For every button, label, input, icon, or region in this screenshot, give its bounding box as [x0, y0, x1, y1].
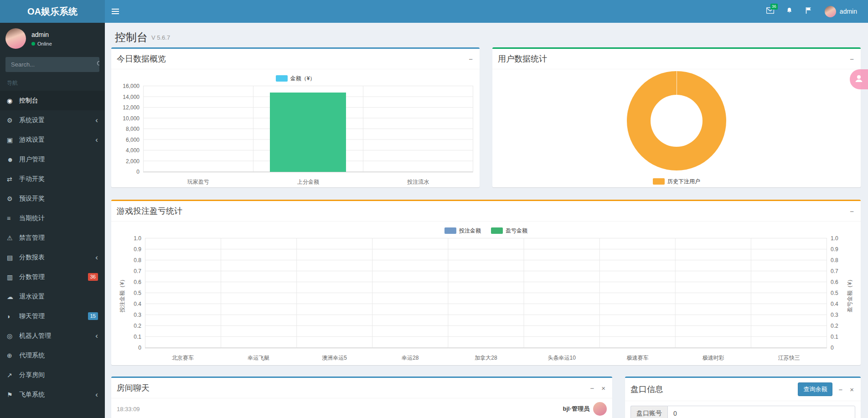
- floating-service-button[interactable]: [850, 69, 868, 89]
- sidebar-item-mute-management[interactable]: ⚠ 禁言管理: [0, 228, 105, 248]
- room-chat-title: 房间聊天: [117, 382, 150, 393]
- bet-legend-swatch: [444, 227, 456, 234]
- today-overview-box: 今日数据概览 − 金额（¥） 16,00014,00012,000: [111, 47, 480, 187]
- y-axis-ticks: 16,00014,00012,00010,0008,0006,0004,0002…: [118, 83, 143, 175]
- sidebar-item-fly-order-system[interactable]: ⚑ 飞单系统 ‹: [0, 385, 105, 404]
- sidebar-item-score-management[interactable]: ▥ 分数管理 36: [0, 267, 105, 287]
- fly-order-flag-icon: ⚑: [7, 391, 19, 398]
- user-stats-title: 用户数据统计: [498, 53, 547, 64]
- room-chat-box: 房间聊天 − × 18:33:09 bjl·管理员 第 1381938 期已经开…: [111, 377, 612, 418]
- dashboard-icon: ◉: [7, 97, 19, 104]
- collapse-button[interactable]: −: [848, 207, 855, 215]
- collapse-button[interactable]: −: [848, 55, 855, 63]
- chevron-left-icon: ‹: [95, 253, 98, 261]
- sidebar-search-form: [5, 57, 99, 72]
- agent-icon: ⊕: [7, 352, 19, 359]
- profit-amount-legend[interactable]: 盈亏金额: [491, 227, 527, 235]
- sidebar-item-system-settings[interactable]: ⚙ 系统设置 ‹: [0, 110, 105, 130]
- sidebar-item-rebate-settings[interactable]: ☁ 退水设置: [0, 287, 105, 306]
- x-axis-labels: 北京赛车幸运飞艇澳洲幸运5幸运28加拿大28头条幸运10极速赛车极速时彩江苏快三: [145, 354, 827, 362]
- flag-button[interactable]: [799, 0, 818, 23]
- sidebar-nav-header: 导航: [0, 74, 105, 91]
- collapse-button[interactable]: −: [837, 386, 844, 393]
- amount-legend-swatch: [276, 75, 288, 82]
- collapse-button[interactable]: −: [467, 55, 474, 63]
- sidebar-item-share-room[interactable]: ↗ 分享房间: [0, 365, 105, 385]
- search-button[interactable]: [97, 57, 99, 72]
- chat-timestamp: 18:33:09: [117, 406, 140, 413]
- rebate-cloud-icon: ☁: [7, 293, 19, 300]
- chat-bubble-icon: ◗: [7, 313, 19, 320]
- bar-chart-plot-area: [143, 86, 473, 172]
- share-room-icon: ↗: [7, 372, 19, 379]
- sidebar-item-game-settings[interactable]: ▣ 游戏设置 ‹: [0, 130, 105, 150]
- bet-stats-title: 游戏投注盈亏统计: [117, 206, 182, 217]
- sidebar-item-chat-management[interactable]: ◗ 聊天管理 15: [0, 306, 105, 326]
- history-users-legend[interactable]: 历史下注用户: [653, 178, 700, 186]
- x-axis-labels: 玩家盈亏上分金额投注流水: [143, 178, 473, 186]
- handicap-info-header: 盘口信息 查询余额 − ×: [625, 378, 861, 401]
- line-chart-plot-area: [145, 238, 827, 348]
- query-balance-button[interactable]: 查询余额: [798, 382, 832, 396]
- messages-button[interactable]: 36: [761, 0, 780, 23]
- sidebar-user-panel: admin Online: [0, 23, 105, 53]
- gamepad-icon: ▣: [7, 136, 19, 144]
- handicap-account-group: 盘口账号: [630, 406, 855, 418]
- today-overview-title: 今日数据概览: [117, 53, 166, 64]
- sidebar-item-score-report[interactable]: ▤ 分数报表 ‹: [0, 248, 105, 267]
- sidebar-item-manual-draw[interactable]: ⇄ 手动开奖: [0, 169, 105, 189]
- room-chat-header: 房间聊天 − ×: [111, 378, 612, 398]
- sidebar-item-current-stats[interactable]: ≡ 当期统计: [0, 208, 105, 228]
- main-content: 控制台 V 5.6.7 今日数据概览 − 金额（¥）: [105, 23, 868, 418]
- page-title: 控制台: [115, 30, 148, 45]
- y-axis-ticks-right: 1.00.90.80.70.60.50.40.30.20.10: [827, 235, 845, 351]
- today-bar-chart: 金额（¥） 16,00014,00012,00010,0008,0006,000…: [111, 69, 480, 190]
- amount-legend[interactable]: 金额（¥）: [276, 75, 315, 83]
- sidebar-item-user-management[interactable]: ☻ 用户管理: [0, 150, 105, 169]
- notifications-button[interactable]: [780, 0, 799, 23]
- user-stats-box: 用户数据统计 − 历史下注用户: [492, 47, 861, 187]
- sidebar-item-robot-management[interactable]: ◎ 机器人管理 ‹: [0, 326, 105, 346]
- sidebar: admin Online 导航 ◉ 控制台 ⚙ 系统设: [0, 23, 105, 418]
- app-logo[interactable]: OA娱乐系统: [0, 0, 105, 23]
- bet-line-chart: 投注金额 盈亏金额 投注金额（¥） 1.00.90.80.70.60.50.40…: [111, 222, 861, 366]
- user-menu[interactable]: admin: [818, 0, 863, 23]
- sidebar-item-preset-draw[interactable]: ⚙ 预设开奖: [0, 189, 105, 208]
- bet-stats-header: 游戏投注盈亏统计 −: [111, 201, 861, 222]
- sidebar-item-agent-system[interactable]: ⊕ 代理系统: [0, 346, 105, 365]
- collapse-button[interactable]: −: [589, 384, 595, 392]
- current-stats-icon: ≡: [7, 215, 19, 222]
- handicap-info-box: 盘口信息 查询余额 − × 盘口账号: [625, 377, 861, 418]
- score-manage-icon: ▥: [7, 274, 19, 281]
- mute-warning-icon: ⚠: [7, 234, 19, 242]
- close-button[interactable]: ×: [848, 386, 855, 393]
- app-window: OA娱乐系统 36: [0, 0, 868, 418]
- chevron-left-icon: ‹: [95, 116, 98, 124]
- users-icon: ☻: [7, 156, 19, 163]
- customer-service-icon: [854, 74, 863, 85]
- sidebar-toggle-button[interactable]: [105, 0, 126, 23]
- online-status-label: Online: [37, 41, 52, 46]
- sidebar-item-dashboard[interactable]: ◉ 控制台: [0, 91, 105, 110]
- chat-sender-avatar: [593, 402, 607, 416]
- score-report-icon: ▤: [7, 254, 19, 261]
- sidebar-user-name: admin: [31, 28, 52, 38]
- handicap-account-input[interactable]: [667, 406, 855, 418]
- gears-icon: ⚙: [7, 117, 19, 124]
- chevron-left-icon: ‹: [95, 332, 98, 340]
- chat-sender-name: bjl·管理员: [563, 405, 590, 413]
- topbar: OA娱乐系统 36: [0, 0, 868, 23]
- bet-amount-legend[interactable]: 投注金额: [444, 227, 481, 235]
- content-header: 控制台 V 5.6.7: [111, 27, 861, 47]
- close-button[interactable]: ×: [600, 384, 607, 392]
- user-legend-swatch: [653, 178, 665, 185]
- sidebar-user-status[interactable]: Online: [31, 41, 52, 46]
- preset-draw-icon: ⚙: [7, 195, 19, 202]
- profit-legend-swatch: [491, 227, 503, 234]
- handicap-info-title: 盘口信息: [630, 384, 663, 395]
- online-status-dot: [31, 42, 35, 46]
- sidebar-user-avatar: [5, 28, 26, 49]
- robot-icon: ◎: [7, 332, 19, 340]
- navbar-right: 36 admin: [761, 0, 868, 23]
- search-input[interactable]: [5, 57, 97, 72]
